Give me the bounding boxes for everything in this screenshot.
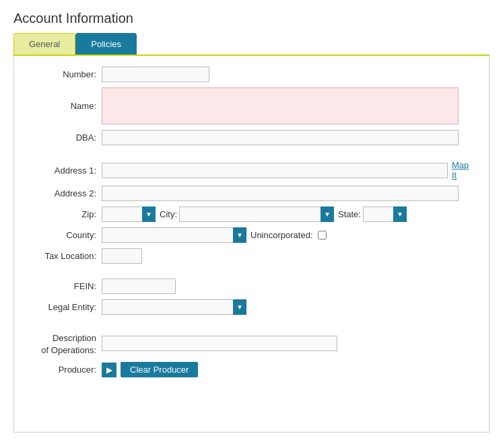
city-select[interactable] <box>179 207 334 222</box>
state-select-wrapper: ▼ <box>363 207 407 222</box>
address1-label: Address 1: <box>28 165 102 176</box>
county-select[interactable] <box>102 227 246 243</box>
fein-input[interactable] <box>102 278 176 294</box>
number-row: Number: <box>28 67 475 82</box>
legal-entity-label: Legal Entity: <box>28 302 102 312</box>
producer-row: Producer: ▶ Clear Producer <box>28 362 475 377</box>
zip-city-state-row: Zip: ▼ City: ▼ State: ▼ <box>28 207 475 222</box>
unincorporated-checkbox[interactable] <box>318 231 327 239</box>
name-label: Name: <box>28 101 102 111</box>
page-title: Account Information <box>13 11 490 26</box>
zip-select-wrapper: ▼ <box>102 207 156 222</box>
desc-ops-row: Descriptionof Operations: <box>28 330 475 357</box>
address2-label: Address 2: <box>28 188 102 198</box>
county-row: County: ▼ Unincorporated: <box>28 227 475 243</box>
dba-label: DBA: <box>28 133 102 143</box>
dba-input[interactable] <box>102 130 459 145</box>
fein-row: FEIN: <box>28 278 475 294</box>
tax-location-label: Tax Location: <box>28 251 102 261</box>
dba-row: DBA: <box>28 130 475 145</box>
name-input[interactable] <box>102 87 459 124</box>
number-input[interactable] <box>102 67 209 82</box>
unincorporated-label: Unincorporated: <box>250 230 313 240</box>
legal-entity-select-wrapper: ▼ <box>102 299 246 315</box>
form-area: Number: Name: DBA: Address 1: Map It Add… <box>13 56 490 433</box>
producer-label: Producer: <box>28 365 102 375</box>
legal-entity-select[interactable] <box>102 299 246 315</box>
address1-row: Address 1: Map It <box>28 160 475 180</box>
address2-input[interactable] <box>102 186 459 201</box>
zip-select[interactable] <box>102 207 156 222</box>
legal-entity-row: Legal Entity: ▼ <box>28 299 475 315</box>
number-label: Number: <box>28 69 102 79</box>
tabs-bar: General Policies <box>13 33 490 56</box>
tab-general[interactable]: General <box>13 33 75 54</box>
address1-input[interactable] <box>102 163 448 178</box>
desc-ops-input[interactable] <box>102 336 337 351</box>
city-select-wrapper: ▼ <box>179 207 334 222</box>
tab-policies[interactable]: Policies <box>75 33 137 54</box>
city-label: City: <box>160 209 177 219</box>
tax-location-input[interactable] <box>102 248 142 264</box>
county-label: County: <box>28 230 102 240</box>
county-select-wrapper: ▼ <box>102 227 246 243</box>
clear-producer-button[interactable]: Clear Producer <box>121 362 198 377</box>
state-label: State: <box>338 209 361 219</box>
tax-location-row: Tax Location: <box>28 248 475 264</box>
zip-label: Zip: <box>28 209 102 219</box>
map-it-link[interactable]: Map It <box>452 160 475 180</box>
page-container: Account Information General Policies Num… <box>0 0 503 443</box>
fein-label: FEIN: <box>28 281 102 291</box>
desc-ops-label: Descriptionof Operations: <box>28 330 102 357</box>
producer-arrow-button[interactable]: ▶ <box>102 363 116 377</box>
name-row: Name: <box>28 87 475 124</box>
address2-row: Address 2: <box>28 186 475 201</box>
state-select[interactable] <box>363 207 407 222</box>
